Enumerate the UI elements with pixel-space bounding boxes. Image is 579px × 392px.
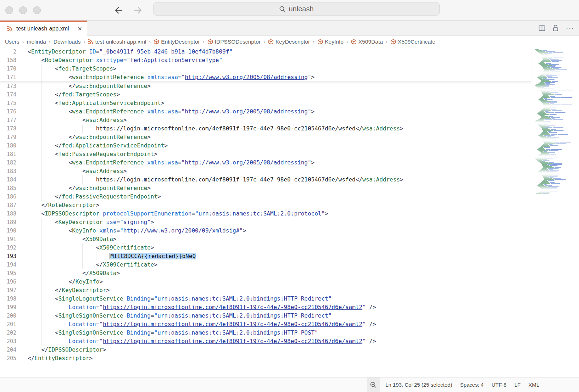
status-cursor-position[interactable]: Ln 193, Col 25 (25 selected): [385, 382, 452, 388]
search-input[interactable]: unleash: [153, 2, 440, 16]
indent-guide: [55, 158, 69, 167]
indent-guide: [82, 252, 96, 261]
code-line-192[interactable]: 192<X509Certificate>: [0, 243, 579, 252]
code-line-195[interactable]: 195</X509Data>: [0, 269, 579, 278]
line-content: <RoleDescriptor xsi:type="fed:Applicatio…: [28, 56, 222, 65]
indent-guide: [41, 184, 55, 192]
line-number: 191: [0, 235, 16, 243]
code-line-187[interactable]: 187</RoleDescriptor>: [0, 201, 579, 209]
line-content: <SingleSignOnService Binding="urn:oasis:…: [28, 312, 332, 320]
code-line-193[interactable]: 193MIIC8DCCA{{redacted}}bNeQ: [0, 252, 579, 261]
breadcrumb-item-keydescriptor[interactable]: KeyDescriptor: [268, 39, 310, 45]
breadcrumb-item-keyinfo[interactable]: KeyInfo: [317, 39, 344, 45]
code-line-2[interactable]: 2<EntityDescriptor ID="_0be4911f-95eb-42…: [0, 47, 531, 56]
back-button[interactable]: [114, 6, 123, 15]
more-actions-icon[interactable]: ···: [566, 24, 574, 32]
forward-button[interactable]: [133, 6, 143, 15]
indent-guide: [69, 252, 83, 261]
line-number: 180: [0, 141, 16, 150]
code-line-178[interactable]: 178https://login.microsoftonline.com/4ef…: [0, 124, 579, 133]
tab-close-icon[interactable]: ×: [78, 25, 82, 32]
line-number: 201: [0, 320, 16, 329]
indent-guide: [41, 312, 55, 320]
indent-guide: [28, 73, 41, 82]
line-content: <wsa:Address>: [28, 116, 127, 124]
zoom-out-icon[interactable]: [367, 377, 380, 392]
status-encoding[interactable]: UTF-8: [491, 382, 507, 388]
code-line-170[interactable]: 170<fed:TargetScopes>: [0, 65, 531, 73]
breadcrumb-item-entitydescriptor[interactable]: EntityDescriptor: [154, 39, 200, 45]
breadcrumb-item-x509certificate[interactable]: X509Certificate: [390, 39, 435, 45]
code-line-196[interactable]: 196</KeyInfo>: [0, 278, 579, 286]
code-line-184[interactable]: 184https://login.microsoftonline.com/4ef…: [0, 175, 579, 184]
breadcrumb-item-x509data[interactable]: X509Data: [351, 39, 383, 45]
split-editor-icon[interactable]: [539, 25, 545, 32]
status-indentation[interactable]: Spaces: 4: [460, 382, 484, 388]
breadcrumb-label: KeyInfo: [325, 39, 344, 45]
rss-icon: [7, 26, 13, 32]
line-content: </fed:TargetScopes>: [28, 90, 120, 99]
status-eol[interactable]: LF: [514, 382, 521, 388]
code-line-181[interactable]: 181<fed:PassiveRequestorEndpoint>: [0, 150, 579, 158]
code-line-173[interactable]: 173</wsa:EndpointReference>: [0, 82, 579, 90]
code-editor[interactable]: 2<EntityDescriptor ID="_0be4911f-95eb-42…: [0, 47, 579, 377]
code-line-182[interactable]: 182<wsa:EndpointReference xmlns:wsa="htt…: [0, 158, 579, 167]
code-line-175[interactable]: 175<fed:ApplicationServiceEndpoint>: [0, 99, 579, 107]
code-line-176[interactable]: 176<wsa:EndpointReference xmlns:wsa="htt…: [0, 107, 579, 116]
code-line-158[interactable]: 158<RoleDescriptor xsi:type="fed:Applica…: [0, 56, 531, 65]
code-line-177[interactable]: 177<wsa:Address>: [0, 116, 579, 124]
breadcrumb-item-idpssodescriptor[interactable]: IDPSSODescriptor: [207, 39, 261, 45]
cube-icon: [268, 39, 274, 45]
breadcrumb-separator: ›: [313, 39, 314, 45]
indent-guide: [55, 269, 69, 278]
sticky-scroll[interactable]: 2<EntityDescriptor ID="_0be4911f-95eb-42…: [0, 47, 531, 82]
code-line-191[interactable]: 191<X509Data>: [0, 235, 579, 243]
code-line-189[interactable]: 189<KeyDescriptor use="signing">: [0, 218, 579, 226]
breadcrumb-item-test-unleash-app-xml[interactable]: test-unleash-app.xml: [88, 39, 146, 45]
breadcrumb-item-users[interactable]: Users: [5, 39, 19, 45]
indent-guide: [55, 320, 69, 329]
line-number: 182: [0, 158, 16, 167]
code-line-200[interactable]: 200<SingleSignOnService Binding="urn:oas…: [0, 312, 579, 320]
code-line-199[interactable]: 199Location="https://login.microsoftonli…: [0, 303, 579, 312]
code-line-194[interactable]: 194</X509Certificate>: [0, 261, 579, 269]
breadcrumb-label: IDPSSODescriptor: [215, 39, 261, 45]
minimap[interactable]: [534, 49, 575, 196]
line-content: </wsa:EndpointReference>: [28, 133, 151, 141]
code-line-185[interactable]: 185</wsa:EndpointReference>: [0, 184, 579, 192]
zoom-window-button[interactable]: [33, 6, 41, 14]
minimize-window-button[interactable]: [19, 6, 27, 14]
line-number: 181: [0, 150, 16, 158]
code-line-204[interactable]: 204</IDPSSODescriptor>: [0, 346, 579, 354]
code-line-171[interactable]: 171<wsa:EndpointReference xmlns:wsa="htt…: [0, 73, 531, 82]
indent-guide: [41, 269, 55, 278]
code-line-174[interactable]: 174</fed:TargetScopes>: [0, 90, 579, 99]
line-content: </X509Data>: [28, 269, 120, 278]
code-line-201[interactable]: 201Location="https://login.microsoftonli…: [0, 320, 579, 329]
code-line-203[interactable]: 203Location="https://login.microsoftonli…: [0, 337, 579, 346]
code-line-205[interactable]: 205</EntityDescriptor>: [0, 354, 579, 363]
tab-test-unleash-app[interactable]: test-unleash-app.xml ×: [0, 21, 87, 36]
indent-guide: [28, 167, 41, 175]
code-line-183[interactable]: 183<wsa:Address>: [0, 167, 579, 175]
status-language[interactable]: XML: [528, 382, 539, 388]
code-line-186[interactable]: 186</fed:PassiveRequestorEndpoint>: [0, 192, 579, 201]
code-line-179[interactable]: 179</wsa:EndpointReference>: [0, 133, 579, 141]
line-content: https://login.microsoftonline.com/4ef809…: [28, 175, 403, 184]
indent-guide: [69, 175, 83, 184]
breadcrumb-label: test-unleash-app.xml: [95, 39, 146, 45]
line-content: <KeyDescriptor use="signing">: [28, 218, 154, 226]
code-line-190[interactable]: 190<KeyInfo xmlns="http://www.w3.org/200…: [0, 226, 579, 235]
code-line-202[interactable]: 202<SingleSignOnService Binding="urn:oas…: [0, 329, 579, 337]
unlock-icon[interactable]: [552, 24, 559, 32]
code-line-188[interactable]: 188<IDPSSODescriptor protocolSupportEnum…: [0, 209, 579, 218]
code-line-198[interactable]: 198<SingleLogoutService Binding="urn:oas…: [0, 295, 579, 303]
breadcrumb-item-downloads[interactable]: Downloads: [54, 39, 81, 45]
code-line-197[interactable]: 197</KeyDescriptor>: [0, 286, 579, 295]
close-window-button[interactable]: [5, 6, 13, 14]
indent-guide: [41, 73, 55, 82]
line-content: <wsa:EndpointReference xmlns:wsa="http:/…: [28, 107, 314, 116]
indent-guide: [28, 133, 41, 141]
breadcrumb-item-melinda[interactable]: melinda: [27, 39, 46, 45]
code-line-180[interactable]: 180</fed:ApplicationServiceEndpoint>: [0, 141, 579, 150]
